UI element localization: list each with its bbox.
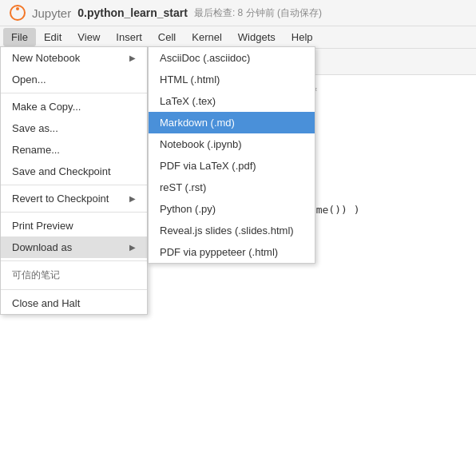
jupyter-logo <box>10 5 26 21</box>
menu-print-preview[interactable]: Print Preview <box>1 215 147 236</box>
menu-insert[interactable]: Insert <box>108 28 150 46</box>
download-pdf-pyppeteer[interactable]: PDF via pyppeteer (.html) <box>149 241 315 263</box>
menu-make-copy[interactable]: Make a Copy... <box>1 96 147 117</box>
menu-widgets[interactable]: Widgets <box>230 28 284 46</box>
download-latex[interactable]: LaTeX (.tex) <box>149 90 315 112</box>
divider-4 <box>1 260 147 261</box>
download-rest[interactable]: reST (.rst) <box>149 177 315 198</box>
menu-download-as[interactable]: Download as ▶ <box>1 236 147 258</box>
menu-revert-checkpoint[interactable]: Revert to Checkpoint ▶ <box>1 188 147 209</box>
file-menu-dropdown: New Notebook ▶ Open... Make a Copy... Sa… <box>0 46 148 315</box>
divider-3 <box>1 212 147 213</box>
app-name: Jupyter <box>32 6 71 20</box>
download-notebook[interactable]: Notebook (.ipynb) <box>149 133 315 155</box>
menu-save-checkpoint[interactable]: Save and Checkpoint <box>1 161 147 182</box>
menu-kernel[interactable]: Kernel <box>184 28 230 46</box>
menu-file[interactable]: File <box>3 28 36 46</box>
divider-5 <box>1 289 147 290</box>
download-markdown[interactable]: Markdown (.md) <box>149 112 315 133</box>
revert-checkpoint-arrow: ▶ <box>129 194 136 203</box>
download-pdf-latex[interactable]: PDF via LaTeX (.pdf) <box>149 155 315 177</box>
menu-view[interactable]: View <box>69 28 108 46</box>
menu-close-halt[interactable]: Close and Halt <box>1 292 147 314</box>
divider-1 <box>1 93 147 93</box>
checkpoint-info: 最后检查: 8 分钟前 (自动保存) <box>194 6 322 20</box>
download-html[interactable]: HTML (.html) <box>149 69 315 90</box>
download-python[interactable]: Python (.py) <box>149 198 315 220</box>
menu-edit[interactable]: Edit <box>36 28 69 46</box>
download-reveal[interactable]: Reveal.js slides (.slides.html) <box>149 220 315 241</box>
menubar: File Edit View Insert Cell Kernel Widget… <box>0 26 476 49</box>
menu-cell[interactable]: Cell <box>150 28 184 46</box>
menu-save-as[interactable]: Save as... <box>1 117 147 139</box>
download-asciidoc[interactable]: AsciiDoc (.asciidoc) <box>149 47 315 69</box>
titlebar: Jupyter 0.python_learn_start 最后检查: 8 分钟前… <box>0 0 476 26</box>
svg-point-1 <box>16 7 19 10</box>
menu-help[interactable]: Help <box>284 28 321 46</box>
new-notebook-arrow: ▶ <box>129 54 136 62</box>
download-submenu: AsciiDoc (.asciidoc) HTML (.html) LaTeX … <box>148 46 315 264</box>
menu-trusted[interactable]: 可信的笔记 <box>1 264 147 287</box>
download-as-arrow: ▶ <box>129 243 136 252</box>
divider-2 <box>1 185 147 185</box>
menu-rename[interactable]: Rename... <box>1 139 147 161</box>
menu-open[interactable]: Open... <box>1 69 147 90</box>
menu-new-notebook[interactable]: New Notebook ▶ <box>1 47 147 69</box>
notebook-name[interactable]: 0.python_learn_start <box>77 6 188 19</box>
